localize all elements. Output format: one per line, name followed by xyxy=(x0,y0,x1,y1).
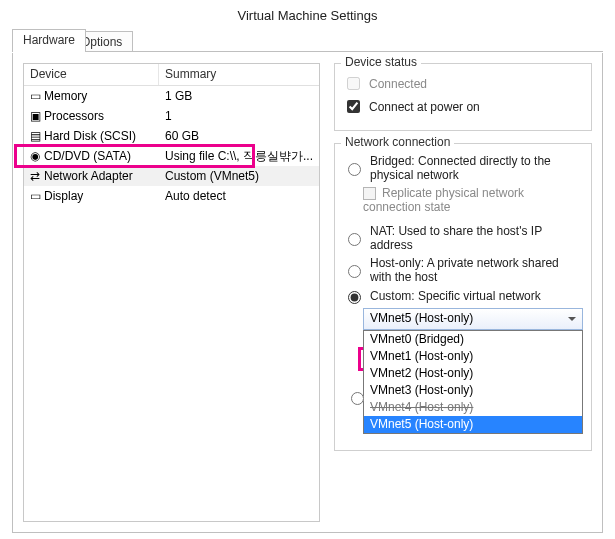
radio-below-dropdown[interactable] xyxy=(351,392,364,405)
device-row-memory[interactable]: ▭Memory 1 GB xyxy=(24,86,319,106)
column-header-device[interactable]: Device xyxy=(24,64,159,85)
device-label: Display xyxy=(44,189,83,203)
radio-nat-label: NAT: Used to share the host's IP address xyxy=(370,224,583,252)
device-summary: Auto detect xyxy=(159,189,319,203)
network-connection-group: Network connection Bridged: Connected di… xyxy=(334,143,592,451)
dropdown-item-selected[interactable]: VMnet5 (Host-only) xyxy=(364,416,582,433)
radio-nat-input[interactable] xyxy=(348,233,361,246)
radio-custom-label: Custom: Specific virtual network xyxy=(370,289,541,303)
radio-bridged-input[interactable] xyxy=(348,163,361,176)
radio-host-only-input[interactable] xyxy=(348,265,361,278)
cpu-icon: ▣ xyxy=(26,109,44,123)
dropdown-item[interactable]: VMnet4 (Host-only) xyxy=(364,399,582,416)
settings-panel: Device Summary ▭Memory 1 GB ▣Processors … xyxy=(12,53,603,533)
network-connection-legend: Network connection xyxy=(341,135,454,149)
device-label: Hard Disk (SCSI) xyxy=(44,129,136,143)
display-icon: ▭ xyxy=(26,189,44,203)
checkbox-connected-input xyxy=(347,77,360,90)
checkbox-replicate: Replicate physical network connection st… xyxy=(363,186,583,214)
device-row-processors[interactable]: ▣Processors 1 xyxy=(24,106,319,126)
device-label: CD/DVD (SATA) xyxy=(44,149,131,163)
disc-icon: ◉ xyxy=(26,149,44,163)
checkbox-connect-at-power-on-input[interactable] xyxy=(347,100,360,113)
radio-bridged-label: Bridged: Connected directly to the physi… xyxy=(370,154,583,182)
dropdown-selected[interactable]: VMnet5 (Host-only) xyxy=(363,308,583,330)
window-title: Virtual Machine Settings xyxy=(0,0,615,29)
radio-host-only-label: Host-only: A private network shared with… xyxy=(370,256,583,284)
dropdown-item[interactable]: VMnet3 (Host-only) xyxy=(364,382,582,399)
dropdown-item[interactable]: VMnet1 (Host-only) xyxy=(364,348,582,365)
hdd-icon: ▤ xyxy=(26,129,44,143)
memory-icon: ▭ xyxy=(26,89,44,103)
radio-bridged[interactable]: Bridged: Connected directly to the physi… xyxy=(343,154,583,182)
radio-nat[interactable]: NAT: Used to share the host's IP address xyxy=(343,224,583,252)
device-row-display[interactable]: ▭Display Auto detect xyxy=(24,186,319,206)
device-summary: 1 GB xyxy=(159,89,319,103)
column-header-summary[interactable]: Summary xyxy=(159,64,319,85)
device-label: Network Adapter xyxy=(44,169,133,183)
dropdown-item[interactable]: VMnet2 (Host-only) xyxy=(364,365,582,382)
device-summary: Custom (VMnet5) xyxy=(159,169,319,183)
device-summary: 1 xyxy=(159,109,319,123)
checkbox-connected-label: Connected xyxy=(369,77,427,91)
network-icon: ⇄ xyxy=(26,169,44,183)
device-row-harddisk[interactable]: ▤Hard Disk (SCSI) 60 GB xyxy=(24,126,319,146)
dropdown-list[interactable]: VMnet0 (Bridged) VMnet1 (Host-only) VMne… xyxy=(363,330,583,434)
radio-host-only[interactable]: Host-only: A private network shared with… xyxy=(343,256,583,284)
device-row-network-adapter[interactable]: ⇄Network Adapter Custom (VMnet5) xyxy=(24,166,319,186)
device-label: Processors xyxy=(44,109,104,123)
device-status-group: Device status Connected Connect at power… xyxy=(334,63,592,131)
device-row-cddvd[interactable]: ◉CD/DVD (SATA) Using file C:\\, 작릉실뱎가... xyxy=(24,146,319,166)
device-summary: 60 GB xyxy=(159,129,319,143)
device-list[interactable]: Device Summary ▭Memory 1 GB ▣Processors … xyxy=(23,63,320,522)
device-list-header: Device Summary xyxy=(24,64,319,86)
device-status-legend: Device status xyxy=(341,55,421,69)
device-label: Memory xyxy=(44,89,87,103)
checkbox-replicate-box xyxy=(363,187,376,200)
radio-custom[interactable]: Custom: Specific virtual network xyxy=(343,288,583,304)
checkbox-connected: Connected xyxy=(343,74,583,93)
tab-hardware[interactable]: Hardware xyxy=(12,29,86,52)
checkbox-connect-at-power-on[interactable]: Connect at power on xyxy=(343,97,583,116)
device-summary: Using file C:\\, 작릉실뱎가... xyxy=(159,148,319,165)
dropdown-item[interactable]: VMnet0 (Bridged) xyxy=(364,331,582,348)
checkbox-connect-at-power-on-label: Connect at power on xyxy=(369,100,480,114)
custom-network-dropdown[interactable]: VMnet5 (Host-only) VMnet0 (Bridged) VMne… xyxy=(363,308,583,330)
radio-custom-input[interactable] xyxy=(348,291,361,304)
tab-bar: Hardware Options xyxy=(12,29,603,53)
checkbox-replicate-label: Replicate physical network connection st… xyxy=(363,186,524,214)
